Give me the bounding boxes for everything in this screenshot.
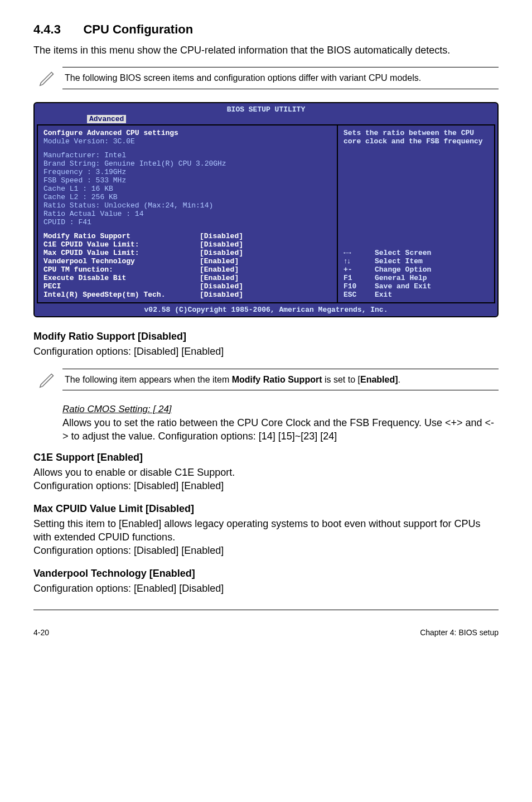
- note-2-bold1: Modify Ratio Support: [232, 375, 322, 384]
- spacer: [43, 226, 331, 232]
- bios-item-label: Vanderpool Technology: [43, 257, 200, 265]
- bios-footer: v02.58 (C)Copyright 1985-2006, American …: [35, 305, 497, 316]
- bios-item-value: [Disabled]: [200, 232, 243, 240]
- bios-item-value: [Enabled]: [200, 274, 239, 282]
- hint-text: Change Option: [375, 265, 489, 274]
- footer-chapter: Chapter 4: BIOS setup: [420, 628, 499, 637]
- hint-key: F1: [344, 274, 375, 282]
- bios-item[interactable]: CPU TM function: [Enabled]: [43, 265, 331, 274]
- hint-key: ↑↓: [344, 257, 375, 265]
- bios-item-value: [Disabled]: [200, 240, 243, 249]
- bios-hint: ←→ Select Screen: [344, 249, 489, 257]
- section-number: 4.4.3: [33, 22, 61, 36]
- bios-tab-advanced[interactable]: Advanced: [87, 115, 126, 123]
- section-header: 4.4.3 CPU Configuration: [33, 22, 499, 37]
- note-2-text: The following item appears when the item…: [62, 369, 499, 391]
- bios-tab-bar: Advanced: [35, 115, 497, 124]
- modify-ratio-body: Configuration options: [Disabled] [Enabl…: [33, 345, 499, 358]
- bios-item[interactable]: Modify Ratio Support [Disabled]: [43, 232, 331, 240]
- bios-item-value: [Disabled]: [200, 249, 243, 257]
- hint-text: Save and Exit: [375, 282, 489, 291]
- section-title: CPU Configuration: [83, 22, 193, 36]
- bios-item-value: [Disabled]: [200, 282, 243, 291]
- bios-item-label: Modify Ratio Support: [43, 232, 200, 240]
- ratio-cmos-body: Allows you to set the ratio between the …: [62, 416, 499, 443]
- bios-item[interactable]: Vanderpool Technology [Enabled]: [43, 257, 331, 265]
- note-2: The following item appears when the item…: [33, 369, 499, 394]
- footer-page-number: 4-20: [33, 628, 49, 637]
- bios-item[interactable]: Intel(R) SpeedStep(tm) Tech. [Disabled]: [43, 291, 331, 299]
- hint-text: Exit: [375, 291, 489, 299]
- bios-info-line: Cache L1 : 16 KB: [43, 185, 331, 193]
- bios-left-header2: Module Version: 3C.0E: [43, 137, 331, 146]
- c1e-body: Allows you to enable or disable C1E Supp…: [33, 466, 499, 493]
- bios-item[interactable]: PECI [Disabled]: [43, 282, 331, 291]
- hint-text: Select Item: [375, 257, 489, 265]
- hint-key: ESC: [344, 291, 375, 299]
- bios-left-pane: Configure Advanced CPU settings Module V…: [38, 125, 338, 302]
- bios-screen: BIOS SETUP UTILITY Advanced Configure Ad…: [33, 102, 499, 317]
- pencil-icon: [33, 67, 62, 92]
- spacer: [43, 146, 331, 151]
- bios-title: BIOS SETUP UTILITY: [35, 103, 497, 115]
- hint-key: F10: [344, 282, 375, 291]
- bios-info-line: CPUID : F41: [43, 218, 331, 226]
- bios-item-label: Intel(R) SpeedStep(tm) Tech.: [43, 291, 200, 299]
- bios-item-label: PECI: [43, 282, 200, 291]
- bios-hint: F10 Save and Exit: [344, 282, 489, 291]
- bios-hint: ESC Exit: [344, 291, 489, 299]
- bios-item[interactable]: Max CPUID Value Limit: [Disabled]: [43, 249, 331, 257]
- bios-hints: ←→ Select Screen ↑↓ Select Item +- Chang…: [344, 249, 489, 299]
- bios-info-line: Ratio Status: Unlocked (Max:24, Min:14): [43, 201, 331, 210]
- bios-info-line: Manufacturer: Intel: [43, 151, 331, 160]
- hint-key: +-: [344, 265, 375, 274]
- note-2-mid: is set to [: [322, 375, 360, 384]
- bios-left-header1: Configure Advanced CPU settings: [43, 129, 331, 137]
- intro-text: The items in this menu show the CPU-rela…: [33, 44, 499, 57]
- heading-vanderpool: Vanderpool Technology [Enabled]: [33, 568, 499, 579]
- bios-item-label: Max CPUID Value Limit:: [43, 249, 200, 257]
- hint-key: ←→: [344, 249, 375, 257]
- note-1-text: The following BIOS screen items and conf…: [62, 67, 499, 89]
- bios-hint: +- Change Option: [344, 265, 489, 274]
- note-2-post: .: [398, 375, 400, 384]
- note-2-pre: The following item appears when the item: [65, 375, 232, 384]
- max-cpuid-body: Setting this item to [Enabled] allows le…: [33, 517, 499, 558]
- bios-right-description: Sets the ratio between the CPU core cloc…: [344, 129, 489, 146]
- note-1: The following BIOS screen items and conf…: [33, 67, 499, 92]
- hint-text: Select Screen: [375, 249, 489, 257]
- bios-item[interactable]: Execute Disable Bit [Enabled]: [43, 274, 331, 282]
- page-footer: 4-20 Chapter 4: BIOS setup: [33, 612, 499, 637]
- vanderpool-body: Configuration options: [Enabled] [Disabl…: [33, 582, 499, 595]
- bios-info-line: Frequency : 3.19GHz: [43, 168, 331, 176]
- footer-separator: [33, 610, 499, 610]
- bios-item-label: CPU TM function:: [43, 265, 200, 274]
- ratio-cmos-heading: Ratio CMOS Setting: [ 24]: [62, 404, 499, 415]
- note-2-bold2: Enabled]: [360, 375, 398, 384]
- bios-info-line: Ratio Actual Value : 14: [43, 210, 331, 218]
- bios-hint: ↑↓ Select Item: [344, 257, 489, 265]
- pencil-icon: [33, 369, 62, 394]
- page: 4.4.3 CPU Configuration The items in thi…: [0, 0, 532, 648]
- ratio-block: Ratio CMOS Setting: [ 24] Allows you to …: [62, 404, 499, 443]
- bios-item-label: C1E CPUID Value Limit:: [43, 240, 200, 249]
- bios-item-value: [Enabled]: [200, 265, 239, 274]
- hint-text: General Help: [375, 274, 489, 282]
- bios-right-pane: Sets the ratio between the CPU core cloc…: [338, 125, 494, 302]
- bios-item-value: [Disabled]: [200, 291, 243, 299]
- bios-hint: F1 General Help: [344, 274, 489, 282]
- heading-modify-ratio: Modify Ratio Support [Disabled]: [33, 331, 499, 342]
- bios-panel: Configure Advanced CPU settings Module V…: [37, 124, 495, 303]
- bios-item[interactable]: C1E CPUID Value Limit: [Disabled]: [43, 240, 331, 249]
- bios-info-line: FSB Speed : 533 MHz: [43, 176, 331, 185]
- bios-item-value: [Enabled]: [200, 257, 239, 265]
- bios-item-label: Execute Disable Bit: [43, 274, 200, 282]
- heading-max-cpuid: Max CPUID Value Limit [Disabled]: [33, 503, 499, 515]
- bios-info-line: Brand String: Genuine Intel(R) CPU 3.20G…: [43, 160, 331, 168]
- bios-info-line: Cache L2 : 256 KB: [43, 193, 331, 201]
- heading-c1e: C1E Support [Enabled]: [33, 452, 499, 463]
